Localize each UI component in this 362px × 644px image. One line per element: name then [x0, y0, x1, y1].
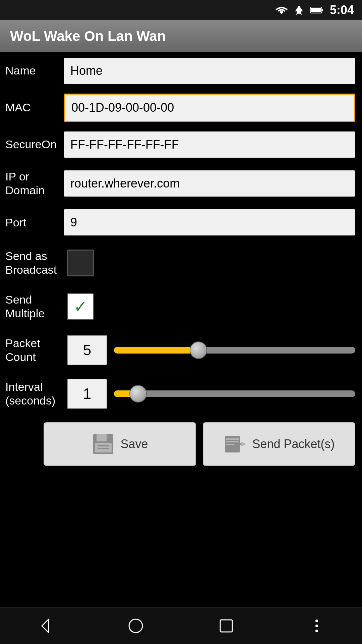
status-icons: 5:04 — [276, 3, 354, 17]
svg-rect-10 — [226, 441, 239, 442]
port-input[interactable] — [64, 209, 355, 235]
more-icon — [308, 618, 325, 634]
svg-rect-9 — [226, 438, 239, 440]
interval-track-bg — [114, 390, 355, 397]
nav-recent-button[interactable] — [213, 612, 240, 639]
ip-domain-row: IP orDomain — [0, 163, 362, 204]
svg-point-19 — [315, 625, 318, 627]
send-broadcast-checkbox[interactable]: ✓ — [67, 250, 94, 276]
svg-rect-2 — [311, 8, 321, 12]
packet-count-row: PacketCount 5 — [0, 328, 362, 372]
svg-rect-4 — [97, 434, 107, 441]
secureon-row: SecureOn — [0, 126, 362, 163]
packet-count-slider-container — [114, 340, 355, 360]
wifi-icon — [276, 5, 288, 15]
name-input[interactable] — [64, 58, 355, 84]
svg-point-20 — [315, 630, 318, 632]
svg-rect-1 — [322, 9, 323, 11]
secureon-input[interactable] — [64, 131, 355, 158]
back-icon — [37, 618, 54, 634]
main-content: Name MAC SecureOn IP orDomain Port Send … — [0, 52, 362, 607]
port-row: Port — [0, 204, 362, 241]
svg-point-16 — [129, 619, 142, 633]
mac-label: MAC — [0, 94, 64, 121]
battery-icon — [310, 6, 324, 14]
svg-marker-14 — [241, 442, 246, 446]
recent-icon — [219, 618, 234, 634]
save-icon — [92, 432, 115, 456]
interval-value: 1 — [67, 379, 107, 409]
svg-marker-15 — [42, 619, 49, 633]
packet-count-track-fill — [114, 347, 198, 354]
nav-bar — [0, 607, 362, 644]
nav-back-button[interactable] — [32, 612, 59, 639]
send-broadcast-label: Send asBroadcast — [0, 243, 64, 283]
send-multiple-label: SendMultiple — [0, 286, 64, 327]
secureon-label: SecureOn — [0, 131, 64, 158]
interval-slider-container — [114, 384, 355, 404]
save-label: Save — [120, 437, 148, 451]
ip-domain-label: IP orDomain — [0, 163, 64, 204]
send-broadcast-row: Send asBroadcast ✓ — [0, 241, 362, 285]
packet-count-value: 5 — [67, 335, 107, 365]
packet-count-thumb[interactable] — [190, 341, 207, 359]
send-multiple-checkbox[interactable]: ✓ — [67, 293, 94, 320]
send-multiple-checkmark: ✓ — [74, 297, 87, 316]
nav-home-button[interactable] — [122, 612, 149, 639]
packet-count-label: PacketCount — [0, 330, 64, 371]
send-multiple-row: SendMultiple ✓ — [0, 285, 362, 328]
interval-thumb[interactable] — [129, 385, 147, 402]
svg-point-18 — [315, 620, 318, 622]
nav-more-button[interactable] — [303, 612, 330, 639]
send-packets-label: Send Packet(s) — [252, 437, 335, 451]
send-packets-button[interactable]: Send Packet(s) — [203, 422, 355, 466]
svg-rect-11 — [226, 444, 234, 445]
port-label: Port — [0, 209, 64, 236]
app-bar: WoL Wake On Lan Wan — [0, 20, 362, 52]
mac-row: MAC — [0, 89, 362, 126]
svg-rect-6 — [98, 445, 109, 446]
svg-rect-17 — [220, 620, 232, 632]
bottom-buttons: Save Send Packet(s) — [0, 416, 362, 473]
name-label: Name — [0, 57, 64, 84]
interval-label: Interval(seconds) — [0, 373, 64, 414]
airplane-icon — [294, 5, 304, 15]
send-icon — [223, 432, 247, 456]
app-title: WoL Wake On Lan Wan — [10, 28, 166, 44]
save-button[interactable]: Save — [44, 422, 196, 466]
status-time: 5:04 — [330, 3, 354, 17]
home-icon — [127, 618, 144, 634]
status-bar: 5:04 — [0, 0, 362, 20]
mac-input[interactable] — [64, 94, 355, 122]
name-row: Name — [0, 52, 362, 89]
svg-rect-7 — [98, 448, 109, 449]
ip-domain-input[interactable] — [64, 170, 355, 197]
interval-row: Interval(seconds) 1 — [0, 372, 362, 416]
